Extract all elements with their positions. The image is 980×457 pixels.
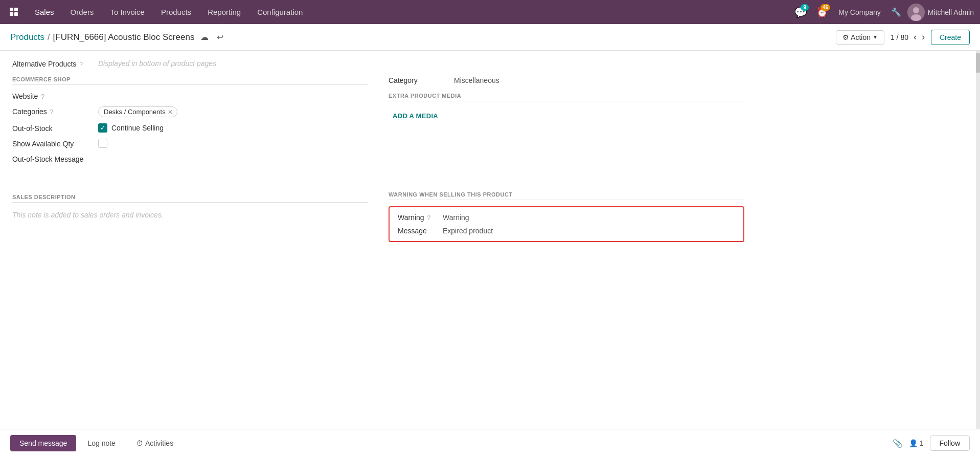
- nav-reporting[interactable]: Reporting: [200, 0, 248, 24]
- two-column-layout: ECOMMERCE SHOP Website ? Categories ? De…: [12, 76, 744, 242]
- add-media-section: ADD A MEDIA: [389, 107, 744, 140]
- continue-selling-label: Continue Selling: [111, 124, 164, 132]
- prev-record-button[interactable]: ‹: [911, 32, 919, 42]
- categories-tag[interactable]: Desks / Components ✕: [98, 106, 177, 117]
- warning-highlight-box: Warning ? Warning Message Expired produc…: [389, 206, 744, 242]
- warning-section-header: WARNING WHEN SELLING THIS PRODUCT: [389, 191, 744, 200]
- create-button[interactable]: Create: [931, 30, 970, 45]
- out-stock-msg-label: Out-of-Stock Message: [12, 154, 94, 163]
- pagination: 1 / 80 ‹ ›: [888, 32, 927, 42]
- warning-type-value: Warning: [443, 213, 469, 222]
- user-name-label: Mitchell Admin: [928, 8, 974, 16]
- avatar[interactable]: [907, 4, 925, 21]
- categories-help-icon[interactable]: ?: [50, 108, 54, 116]
- breadcrumb-products-link[interactable]: Products: [10, 32, 44, 42]
- category-field: Category Miscellaneous: [389, 76, 744, 84]
- breadcrumb-separator: /: [48, 33, 50, 42]
- svg-rect-1: [14, 8, 18, 11]
- categories-label: Categories ?: [12, 106, 94, 116]
- chat-icon[interactable]: 💬 9: [791, 3, 810, 21]
- out-stock-msg-field: Out-of-Stock Message: [12, 154, 368, 163]
- out-of-stock-field: Out-of-Stock ✓ Continue Selling: [12, 123, 368, 133]
- alt-products-label: Alternative Products ?: [12, 59, 94, 68]
- extra-media-section-header: EXTRA PRODUCT MEDIA: [389, 93, 744, 101]
- svg-rect-3: [14, 12, 18, 16]
- out-of-stock-checkbox[interactable]: ✓: [98, 123, 107, 133]
- website-field: Website ?: [12, 91, 368, 100]
- nav-products[interactable]: Products: [154, 0, 198, 24]
- breadcrumb-current-page: [FURN_6666] Acoustic Bloc Screens: [53, 32, 195, 42]
- top-navigation: Sales Orders To Invoice Products Reporti…: [0, 0, 980, 24]
- nav-to-invoice[interactable]: To Invoice: [103, 0, 152, 24]
- add-media-button[interactable]: ADD A MEDIA: [393, 112, 438, 120]
- breadcrumb: Products / [FURN_6666] Acoustic Bloc Scr…: [10, 32, 194, 42]
- right-column: Category Miscellaneous EXTRA PRODUCT MED…: [389, 76, 744, 242]
- svg-point-5: [913, 7, 919, 13]
- nav-sales[interactable]: Sales: [28, 0, 61, 24]
- show-qty-field: Show Available Qty: [12, 139, 368, 148]
- warning-type-label: Warning ?: [398, 213, 439, 222]
- warning-help-icon[interactable]: ?: [427, 214, 431, 222]
- ecommerce-section-header: ECOMMERCE SHOP: [12, 76, 368, 85]
- warning-message-label: Message: [398, 227, 439, 235]
- user-menu[interactable]: Mitchell Admin: [907, 4, 974, 21]
- svg-rect-0: [10, 8, 13, 11]
- settings-icon[interactable]: 🔧: [888, 7, 904, 17]
- main-content-area: Alternative Products ? Displayed in bott…: [0, 51, 980, 429]
- warning-message-field: Message Expired product: [398, 227, 735, 235]
- upload-icon[interactable]: ☁: [198, 32, 211, 42]
- left-column: ECOMMERCE SHOP Website ? Categories ? De…: [12, 76, 368, 242]
- sales-desc-section-header: SALES DESCRIPTION: [12, 194, 368, 203]
- refresh-icon[interactable]: ↩: [215, 32, 225, 42]
- warning-message-value: Expired product: [443, 227, 493, 235]
- show-qty-label: Show Available Qty: [12, 139, 94, 148]
- company-name[interactable]: My Company: [834, 8, 884, 16]
- action-button[interactable]: ⚙ Action ▼: [836, 30, 884, 45]
- warning-type-field: Warning ? Warning: [398, 213, 735, 222]
- breadcrumb-bar: Products / [FURN_6666] Acoustic Bloc Scr…: [0, 24, 980, 51]
- nav-configuration[interactable]: Configuration: [250, 0, 310, 24]
- show-qty-checkbox[interactable]: [98, 139, 107, 148]
- sales-desc-placeholder[interactable]: This note is added to sales orders and i…: [12, 209, 368, 221]
- activity-icon[interactable]: ⏰ 46: [813, 3, 831, 21]
- nav-orders[interactable]: Orders: [63, 0, 101, 24]
- scrollbar[interactable]: [976, 51, 980, 429]
- website-help-icon[interactable]: ?: [41, 93, 44, 100]
- scrollbar-thumb[interactable]: [976, 53, 980, 73]
- category-label: Category: [389, 76, 450, 84]
- alt-products-row: Alternative Products ? Displayed in bott…: [12, 59, 744, 68]
- categories-field: Categories ? Desks / Components ✕: [12, 106, 368, 117]
- app-grid-icon[interactable]: [6, 4, 22, 20]
- alt-products-help-icon[interactable]: ?: [79, 61, 83, 68]
- alt-products-placeholder: Displayed in bottom of product pages: [98, 59, 216, 68]
- svg-rect-2: [10, 12, 13, 16]
- category-value: Miscellaneous: [454, 76, 499, 84]
- out-of-stock-label: Out-of-Stock: [12, 123, 94, 133]
- nav-right-section: 💬 9 ⏰ 46 My Company 🔧 Mitchell Admin: [791, 3, 974, 21]
- next-record-button[interactable]: ›: [920, 32, 927, 42]
- remove-tag-icon[interactable]: ✕: [168, 108, 173, 116]
- website-label: Website ?: [12, 91, 94, 100]
- chevron-down-icon: ▼: [873, 34, 878, 40]
- toolbar-right: ⚙ Action ▼ 1 / 80 ‹ › Create: [836, 30, 970, 45]
